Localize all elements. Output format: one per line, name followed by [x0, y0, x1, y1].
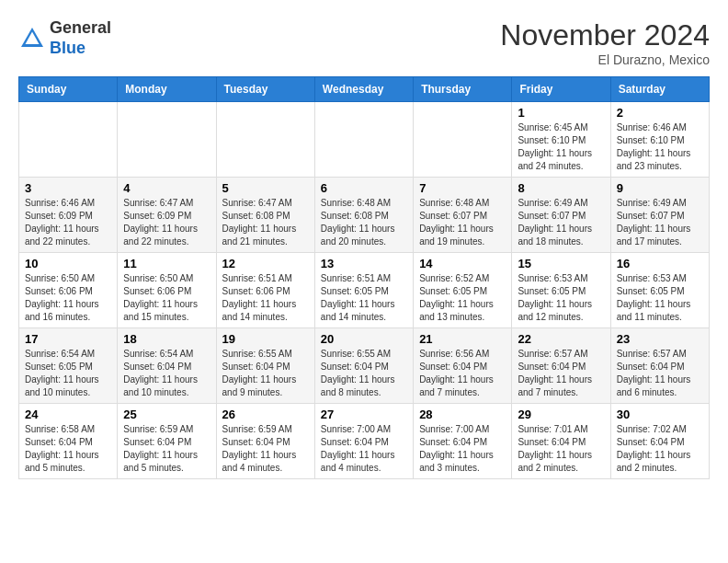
- calendar-cell: 16Sunrise: 6:53 AM Sunset: 6:05 PM Dayli…: [610, 253, 709, 328]
- day-info: Sunrise: 6:51 AM Sunset: 6:06 PM Dayligh…: [222, 272, 309, 324]
- day-info: Sunrise: 6:54 AM Sunset: 6:04 PM Dayligh…: [123, 348, 210, 399]
- calendar-cell: 27Sunrise: 7:00 AM Sunset: 6:04 PM Dayli…: [314, 404, 413, 479]
- calendar-week-row: 1Sunrise: 6:45 AM Sunset: 6:10 PM Daylig…: [19, 102, 710, 178]
- calendar-cell: 23Sunrise: 6:57 AM Sunset: 6:04 PM Dayli…: [610, 328, 709, 404]
- location: El Durazno, Mexico: [500, 52, 710, 67]
- calendar-cell: 24Sunrise: 6:58 AM Sunset: 6:04 PM Dayli…: [19, 404, 118, 479]
- day-number: 11: [123, 257, 210, 270]
- day-number: 27: [321, 408, 407, 421]
- title-section: November 2024 El Durazno, Mexico: [500, 18, 710, 67]
- day-number: 5: [222, 181, 309, 195]
- day-number: 26: [222, 408, 309, 421]
- day-info: Sunrise: 6:48 AM Sunset: 6:08 PM Dayligh…: [321, 197, 407, 248]
- day-info: Sunrise: 6:47 AM Sunset: 6:09 PM Dayligh…: [123, 197, 210, 248]
- month-title: November 2024: [500, 18, 710, 52]
- day-info: Sunrise: 6:59 AM Sunset: 6:04 PM Dayligh…: [222, 423, 309, 475]
- calendar-header-sunday: Sunday: [19, 77, 118, 102]
- calendar-header-monday: Monday: [118, 77, 216, 102]
- calendar-header-friday: Friday: [512, 77, 610, 102]
- day-info: Sunrise: 6:55 AM Sunset: 6:04 PM Dayligh…: [222, 348, 309, 399]
- day-number: 6: [321, 181, 407, 195]
- calendar-cell: 6Sunrise: 6:48 AM Sunset: 6:08 PM Daylig…: [314, 178, 413, 253]
- day-number: 22: [518, 332, 604, 346]
- calendar-header-wednesday: Wednesday: [314, 77, 413, 102]
- day-info: Sunrise: 7:02 AM Sunset: 6:04 PM Dayligh…: [617, 423, 703, 475]
- calendar-week-row: 10Sunrise: 6:50 AM Sunset: 6:06 PM Dayli…: [19, 253, 710, 328]
- calendar-cell: 28Sunrise: 7:00 AM Sunset: 6:04 PM Dayli…: [414, 404, 512, 479]
- day-number: 18: [123, 332, 210, 346]
- calendar-cell: [118, 102, 216, 178]
- day-info: Sunrise: 6:51 AM Sunset: 6:05 PM Dayligh…: [321, 272, 407, 324]
- day-info: Sunrise: 6:47 AM Sunset: 6:08 PM Dayligh…: [222, 197, 309, 248]
- day-number: 17: [25, 332, 111, 346]
- day-info: Sunrise: 6:53 AM Sunset: 6:05 PM Dayligh…: [518, 272, 604, 324]
- calendar-header-row: SundayMondayTuesdayWednesdayThursdayFrid…: [19, 77, 710, 102]
- calendar-week-row: 3Sunrise: 6:46 AM Sunset: 6:09 PM Daylig…: [19, 178, 710, 253]
- calendar-cell: 22Sunrise: 6:57 AM Sunset: 6:04 PM Dayli…: [512, 328, 610, 404]
- day-number: 29: [518, 408, 604, 421]
- day-number: 28: [419, 408, 506, 421]
- calendar-cell: 25Sunrise: 6:59 AM Sunset: 6:04 PM Dayli…: [118, 404, 216, 479]
- day-info: Sunrise: 6:45 AM Sunset: 6:10 PM Dayligh…: [518, 121, 604, 173]
- calendar-cell: 5Sunrise: 6:47 AM Sunset: 6:08 PM Daylig…: [216, 178, 314, 253]
- calendar-week-row: 17Sunrise: 6:54 AM Sunset: 6:05 PM Dayli…: [19, 328, 710, 404]
- day-number: 25: [123, 408, 210, 421]
- calendar-cell: 18Sunrise: 6:54 AM Sunset: 6:04 PM Dayli…: [118, 328, 216, 404]
- day-number: 30: [617, 408, 703, 421]
- calendar-cell: 2Sunrise: 6:46 AM Sunset: 6:10 PM Daylig…: [610, 102, 709, 178]
- calendar-cell: 12Sunrise: 6:51 AM Sunset: 6:06 PM Dayli…: [216, 253, 314, 328]
- calendar-cell: 20Sunrise: 6:55 AM Sunset: 6:04 PM Dayli…: [314, 328, 413, 404]
- day-number: 1: [518, 106, 604, 120]
- calendar-cell: 30Sunrise: 7:02 AM Sunset: 6:04 PM Dayli…: [610, 404, 709, 479]
- day-info: Sunrise: 6:53 AM Sunset: 6:05 PM Dayligh…: [617, 272, 703, 324]
- day-number: 2: [617, 106, 703, 120]
- day-number: 16: [617, 257, 703, 270]
- day-number: 3: [25, 181, 111, 195]
- day-number: 4: [123, 181, 210, 195]
- calendar-cell: 21Sunrise: 6:56 AM Sunset: 6:04 PM Dayli…: [414, 328, 512, 404]
- day-info: Sunrise: 7:00 AM Sunset: 6:04 PM Dayligh…: [419, 423, 506, 475]
- day-info: Sunrise: 6:50 AM Sunset: 6:06 PM Dayligh…: [123, 272, 210, 324]
- day-number: 19: [222, 332, 309, 346]
- calendar-cell: 7Sunrise: 6:48 AM Sunset: 6:07 PM Daylig…: [414, 178, 512, 253]
- day-number: 10: [25, 257, 111, 270]
- day-info: Sunrise: 6:56 AM Sunset: 6:04 PM Dayligh…: [419, 348, 506, 399]
- day-info: Sunrise: 7:00 AM Sunset: 6:04 PM Dayligh…: [321, 423, 407, 475]
- calendar-cell: [19, 102, 118, 178]
- calendar-cell: 29Sunrise: 7:01 AM Sunset: 6:04 PM Dayli…: [512, 404, 610, 479]
- day-number: 13: [321, 257, 407, 270]
- logo-icon: [18, 25, 46, 52]
- day-info: Sunrise: 6:54 AM Sunset: 6:05 PM Dayligh…: [25, 348, 111, 399]
- day-info: Sunrise: 6:57 AM Sunset: 6:04 PM Dayligh…: [617, 348, 703, 399]
- day-number: 7: [419, 181, 506, 195]
- page-header: General Blue November 2024 El Durazno, M…: [18, 18, 710, 67]
- day-number: 9: [617, 181, 703, 195]
- calendar-cell: 8Sunrise: 6:49 AM Sunset: 6:07 PM Daylig…: [512, 178, 610, 253]
- calendar-cell: 3Sunrise: 6:46 AM Sunset: 6:09 PM Daylig…: [19, 178, 118, 253]
- day-number: 8: [518, 181, 604, 195]
- day-number: 24: [25, 408, 111, 421]
- day-info: Sunrise: 6:46 AM Sunset: 6:09 PM Dayligh…: [25, 197, 111, 248]
- calendar-header-tuesday: Tuesday: [216, 77, 314, 102]
- calendar-cell: 11Sunrise: 6:50 AM Sunset: 6:06 PM Dayli…: [118, 253, 216, 328]
- calendar-cell: [314, 102, 413, 178]
- calendar-cell: 26Sunrise: 6:59 AM Sunset: 6:04 PM Dayli…: [216, 404, 314, 479]
- day-number: 15: [518, 257, 604, 270]
- calendar-cell: [414, 102, 512, 178]
- calendar-cell: 17Sunrise: 6:54 AM Sunset: 6:05 PM Dayli…: [19, 328, 118, 404]
- calendar-cell: 9Sunrise: 6:49 AM Sunset: 6:07 PM Daylig…: [610, 178, 709, 253]
- calendar-cell: 15Sunrise: 6:53 AM Sunset: 6:05 PM Dayli…: [512, 253, 610, 328]
- calendar-header-saturday: Saturday: [610, 77, 709, 102]
- day-info: Sunrise: 6:50 AM Sunset: 6:06 PM Dayligh…: [25, 272, 111, 324]
- calendar-table: SundayMondayTuesdayWednesdayThursdayFrid…: [18, 76, 710, 479]
- calendar-header-thursday: Thursday: [414, 77, 512, 102]
- calendar-cell: 1Sunrise: 6:45 AM Sunset: 6:10 PM Daylig…: [512, 102, 610, 178]
- day-info: Sunrise: 6:57 AM Sunset: 6:04 PM Dayligh…: [518, 348, 604, 399]
- day-info: Sunrise: 6:52 AM Sunset: 6:05 PM Dayligh…: [419, 272, 506, 324]
- calendar-cell: 10Sunrise: 6:50 AM Sunset: 6:06 PM Dayli…: [19, 253, 118, 328]
- day-number: 12: [222, 257, 309, 270]
- day-number: 20: [321, 332, 407, 346]
- day-number: 21: [419, 332, 506, 346]
- day-info: Sunrise: 6:58 AM Sunset: 6:04 PM Dayligh…: [25, 423, 111, 475]
- day-info: Sunrise: 6:46 AM Sunset: 6:10 PM Dayligh…: [617, 121, 703, 173]
